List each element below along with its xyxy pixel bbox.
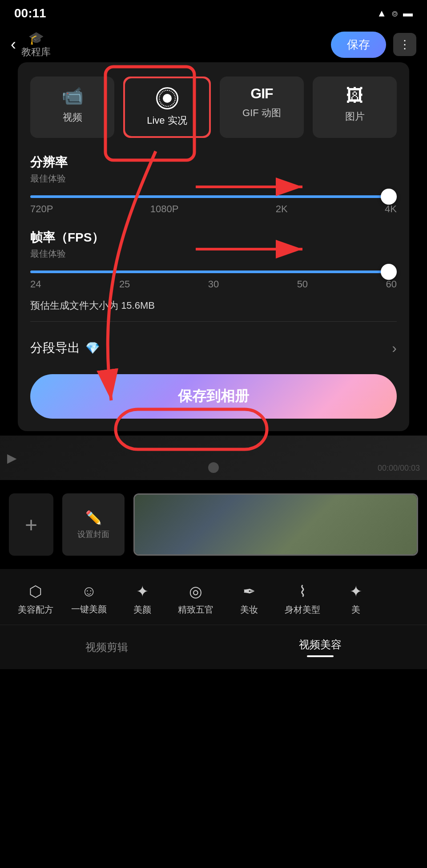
tutorial-icon: 🎓 <box>28 31 44 45</box>
format-live[interactable]: Live 实况 <box>123 77 211 138</box>
makeup-label: 美妆 <box>240 604 258 616</box>
signal-icon: ▲ <box>377 8 387 19</box>
save-to-album-button[interactable]: 保存到相册 <box>30 374 397 419</box>
toolbar-body[interactable]: ⌇ 身材美型 <box>276 578 329 620</box>
beauty-label: 美颜 <box>133 604 151 616</box>
res-label-2k: 2K <box>276 203 288 215</box>
file-size: 15.6MB <box>121 300 155 311</box>
back-button[interactable]: ‹ <box>11 35 16 54</box>
resolution-track <box>30 195 397 198</box>
fps-label-24: 24 <box>30 279 41 290</box>
toolbar-features[interactable]: ◎ 精致五官 <box>169 578 222 620</box>
res-label-720p: 720P <box>30 203 53 215</box>
live-label: Live 实况 <box>147 114 187 127</box>
save-button-wrapper: 保存到相册 <box>30 374 397 419</box>
save-top-button[interactable]: 保存 <box>331 32 386 58</box>
fps-section: 帧率（FPS） 最佳体验 24 25 30 50 60 <box>30 229 397 290</box>
fps-label-30: 30 <box>208 279 219 290</box>
tab-video-beauty-label: 视频美容 <box>299 638 342 652</box>
format-selector: 📹 视频 Live 实况 GIF GIF 动图 🖼 图片 <box>30 77 397 138</box>
format-gif[interactable]: GIF GIF 动图 <box>220 77 304 138</box>
fps-track <box>30 270 397 273</box>
gif-icon: GIF <box>250 85 273 102</box>
status-time: 00:11 <box>14 6 46 20</box>
battery-icon: ▬ <box>403 8 413 19</box>
beauty-recipe-label: 美容配方 <box>18 604 53 616</box>
gif-label: GIF 动图 <box>242 106 281 120</box>
photo-icon: 🖼 <box>346 85 364 105</box>
cover-label: 设置封面 <box>77 529 109 540</box>
photo-label: 图片 <box>345 110 365 123</box>
features-label: 精致五官 <box>178 604 214 616</box>
gem-icon: 💎 <box>85 341 100 355</box>
fps-subtitle: 最佳体验 <box>30 248 397 260</box>
res-label-1080p: 1080P <box>150 203 179 215</box>
export-panel-wrapper: 📹 视频 Live 实况 GIF GIF 动图 🖼 图片 分辨率 最佳体验 <box>0 62 427 436</box>
res-label-4k: 4K <box>385 203 397 215</box>
top-nav: ‹ 🎓 教程库 保存 ⋮ <box>0 27 427 62</box>
toolbar-makeup[interactable]: ✒ 美妆 <box>222 578 276 620</box>
timeline-add-button[interactable]: + <box>9 493 53 556</box>
bottom-toolbar: ⬡ 美容配方 ☺ 一键美颜 ✦ 美颜 ◎ 精致五官 ✒ 美妆 ⌇ 身材美型 ✦ … <box>0 569 427 625</box>
toolbar-beauty-recipe[interactable]: ⬡ 美容配方 <box>9 578 62 620</box>
fps-slider[interactable] <box>30 270 397 273</box>
video-label: 视频 <box>63 111 82 124</box>
file-estimate: 预估生成文件大小为 15.6MB <box>30 299 397 322</box>
resolution-section: 分辨率 最佳体验 720P 1080P 2K 4K <box>30 154 397 215</box>
timeline-area: + ✏️ 设置封面 <box>0 480 427 569</box>
more-beauty-label: 美 <box>351 604 360 616</box>
more-button[interactable]: ⋮ <box>393 33 416 56</box>
clip-thumbnail <box>135 495 417 554</box>
fps-label-25: 25 <box>119 279 130 290</box>
toolbar-more[interactable]: ✦ 美 <box>329 578 383 620</box>
body-icon: ⌇ <box>299 582 306 600</box>
more-beauty-icon: ✦ <box>350 582 362 600</box>
resolution-thumb[interactable] <box>381 189 397 205</box>
export-panel: 📹 视频 Live 实况 GIF GIF 动图 🖼 图片 分辨率 最佳体验 <box>18 62 409 431</box>
status-bar: 00:11 ▲ ⌾ ▬ <box>0 0 427 27</box>
body-label: 身材美型 <box>285 604 320 616</box>
features-icon: ◎ <box>189 582 202 600</box>
live-icon <box>156 87 178 109</box>
bottom-tabs: 视频剪辑 视频美容 <box>0 625 427 669</box>
one-key-beauty-icon: ☺ <box>81 582 97 600</box>
fps-label-50: 50 <box>297 279 308 290</box>
fps-title: 帧率（FPS） <box>30 229 397 246</box>
tab-video-edit[interactable]: 视频剪辑 <box>0 640 214 654</box>
format-video[interactable]: 📹 视频 <box>30 77 114 138</box>
status-icons: ▲ ⌾ ▬ <box>377 8 413 19</box>
tutorial-nav-item[interactable]: 🎓 教程库 <box>21 31 51 59</box>
chevron-right-icon: › <box>392 340 397 356</box>
timeline-cover-button[interactable]: ✏️ 设置封面 <box>62 493 125 556</box>
cover-edit-icon: ✏️ <box>85 510 102 525</box>
beauty-icon: ✦ <box>136 582 149 600</box>
video-icon: 📹 <box>61 85 84 106</box>
segment-export-row[interactable]: 分段导出 💎 › <box>30 331 397 365</box>
resolution-title: 分辨率 <box>30 154 397 171</box>
add-icon: + <box>25 513 37 537</box>
toolbar-beauty[interactable]: ✦ 美颜 <box>116 578 169 620</box>
fps-labels: 24 25 30 50 60 <box>30 279 397 290</box>
resolution-subtitle: 最佳体验 <box>30 173 397 185</box>
tab-active-indicator <box>307 655 334 657</box>
video-preview-strip: ▶ 00:00/00:03 <box>0 436 427 480</box>
resolution-labels: 720P 1080P 2K 4K <box>30 203 397 215</box>
tab-video-edit-label: 视频剪辑 <box>85 640 128 654</box>
one-key-beauty-label: 一键美颜 <box>71 603 107 615</box>
format-photo[interactable]: 🖼 图片 <box>313 77 397 138</box>
toolbar-scroll: ⬡ 美容配方 ☺ 一键美颜 ✦ 美颜 ◎ 精致五官 ✒ 美妆 ⌇ 身材美型 ✦ … <box>0 578 427 620</box>
fps-thumb[interactable] <box>381 264 397 280</box>
wifi-icon: ⌾ <box>392 8 398 19</box>
tutorial-label: 教程库 <box>21 45 51 59</box>
nav-left: ‹ 🎓 教程库 <box>11 31 51 59</box>
resolution-slider[interactable] <box>30 195 397 198</box>
nav-right: 保存 ⋮ <box>331 32 416 58</box>
fps-label-60: 60 <box>386 279 397 290</box>
makeup-icon: ✒ <box>243 582 255 600</box>
toolbar-one-key-beauty[interactable]: ☺ 一键美颜 <box>62 578 116 620</box>
timeline-clip[interactable] <box>133 493 418 556</box>
segment-label: 分段导出 💎 <box>30 339 392 356</box>
beauty-recipe-icon: ⬡ <box>29 582 42 600</box>
tab-video-beauty[interactable]: 视频美容 <box>214 638 427 657</box>
preview-bg <box>0 436 427 480</box>
